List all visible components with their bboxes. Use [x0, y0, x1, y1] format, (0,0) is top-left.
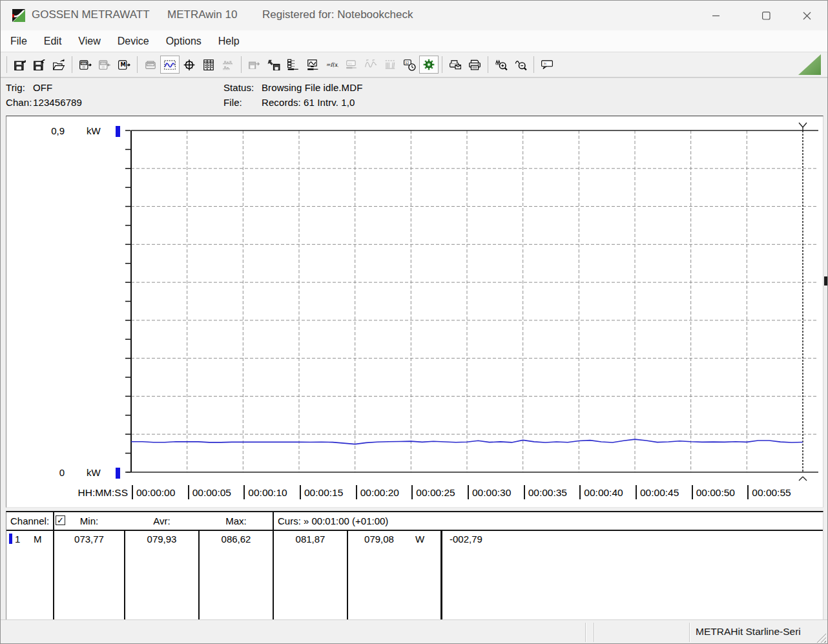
print-preview-button[interactable] [446, 56, 465, 74]
workspace: Trig: OFF Chan: 123456789 Status: Browsi… [1, 78, 827, 619]
waveform-icon [163, 58, 176, 71]
col-cursor: Curs: » 00:01:00 (+01:00) [278, 515, 388, 526]
analog-trigger-button [361, 56, 380, 74]
channel-marker-bottom [116, 468, 120, 479]
formula-button[interactable]: =f(x) [322, 56, 342, 74]
comment-button[interactable]: ?! [537, 56, 557, 74]
print-preview-icon [449, 58, 462, 71]
arrow-floppy-icon [267, 58, 280, 71]
open-file-button[interactable] [49, 56, 68, 74]
titlebar[interactable]: GOSSEN METRAWATT METRAwin 10 Registered … [1, 1, 827, 30]
svg-text:=f(x): =f(x) [326, 61, 338, 68]
menu-file[interactable]: File [2, 30, 36, 52]
menu-options[interactable]: Options [158, 30, 210, 52]
x-tick-label: 00:00:50 [692, 485, 735, 499]
col-avr: Avr: [125, 515, 198, 526]
display-settings-button[interactable] [303, 56, 322, 74]
col-channel: Channel: [10, 515, 49, 526]
time-settings-button[interactable]: 12 [400, 56, 419, 74]
y-unit-bottom: kW [87, 467, 101, 478]
print-button[interactable] [465, 56, 484, 74]
toolbar: 321321M1257=f(x)32112?! [1, 52, 827, 78]
save-file-button[interactable] [10, 56, 30, 74]
floppy-out-icon [14, 58, 26, 71]
minimize-button[interactable] [701, 1, 731, 30]
close-button[interactable] [792, 1, 822, 30]
statusbar-divider [594, 623, 594, 642]
y-min-label: 0 [32, 467, 65, 478]
close-icon [803, 12, 811, 20]
energy-mode-button[interactable] [419, 56, 439, 74]
col-min: Min: [54, 515, 124, 526]
channel-table: Channel: ✓ Min: Avr: Max: Curs: » 00:01:… [6, 511, 823, 620]
y-unit-top: kW [87, 125, 101, 136]
toolbar-separator [488, 56, 488, 73]
pulse-trigger-button [380, 56, 400, 74]
x-tick-label: 00:00:10 [243, 485, 287, 499]
menu-help[interactable]: Help [210, 30, 248, 52]
x-tick-label: 00:00:35 [524, 485, 567, 499]
title-product: METRAwin 10 [167, 8, 237, 21]
title-registered: Registered for: Notebookcheck [262, 8, 413, 21]
speech-icon: ?! [541, 58, 554, 71]
zoom-out-button[interactable] [511, 56, 530, 74]
max-value: 086,62 [200, 534, 273, 545]
pulse-icon [384, 58, 397, 71]
zoom-out-wave-icon [514, 58, 527, 71]
minimize-icon [712, 12, 720, 19]
dev321-in-icon: 321 [98, 58, 111, 71]
menu-edit[interactable]: Edit [36, 30, 70, 52]
corner-triangle-icon [798, 54, 821, 75]
x-tick-label: 00:00:00 [132, 485, 175, 499]
statusbar: METRAHit Starline-Seri [1, 619, 827, 644]
menubar: FileEditViewDeviceOptionsHelp [1, 30, 827, 52]
svg-text:321: 321 [81, 61, 87, 65]
table-divider [273, 512, 274, 621]
svg-text:M: M [120, 61, 125, 68]
fx-icon: =f(x) [326, 58, 338, 71]
y-max-label: 0,9 [32, 125, 65, 136]
chart-panel[interactable]: 0,9 kW 0 kW HH:MM:SS 00:00:0000:00:0500:… [6, 116, 823, 508]
menu-device[interactable]: Device [109, 30, 158, 52]
sine-icon [364, 58, 377, 71]
read-device-button[interactable]: 321 [76, 56, 95, 74]
file-label: File: [223, 97, 242, 108]
cursor-display-button[interactable] [180, 56, 199, 74]
x-tick-label: 00:00:55 [747, 485, 791, 499]
svg-text:321: 321 [101, 61, 106, 65]
svg-text:?!: ?! [543, 62, 546, 66]
list-tools-icon [287, 58, 300, 71]
device-status: METRAHit Starline-Seri [696, 626, 801, 638]
avr-value: 079,93 [125, 534, 198, 545]
green-gear-icon [422, 58, 435, 71]
status-value: Browsing File idle.MDF [262, 82, 362, 93]
file-value: Records: 61 Intrv. 1,0 [262, 97, 355, 108]
channel-number: 1 [15, 534, 20, 545]
dev321-out-icon: 321 [79, 58, 92, 71]
statistic-display-button [218, 56, 238, 74]
trig-label: Trig: [6, 82, 25, 93]
x-tick-label: 00:00:15 [300, 485, 343, 499]
x-tick-label: 00:00:45 [636, 485, 679, 499]
import-data-button[interactable] [264, 56, 284, 74]
zoom-in-wave-icon [495, 58, 508, 71]
read-memory-button[interactable]: M [114, 56, 134, 74]
curve-chart-button[interactable] [160, 56, 180, 74]
maximize-button[interactable] [751, 1, 781, 30]
title-app-name: GOSSEN METRAWATT [32, 8, 150, 21]
crosshair-icon [183, 58, 196, 71]
clock12-icon: 12 [403, 58, 416, 71]
zoom-in-button[interactable] [492, 56, 511, 74]
floppy-in-icon [33, 58, 46, 71]
table-display-button[interactable] [199, 56, 218, 74]
cursor-a-value: 081,87 [274, 534, 347, 545]
channel-settings-button[interactable] [284, 56, 303, 74]
power-chart[interactable] [6, 116, 823, 507]
save-as-button[interactable] [30, 56, 49, 74]
numeric-display-button: 1257 [141, 56, 160, 74]
resize-grip[interactable] [816, 633, 826, 643]
menu-view[interactable]: View [70, 30, 109, 52]
x-tick-label: 00:00:30 [468, 485, 511, 499]
unit-label: W [415, 534, 424, 545]
printer-icon [468, 58, 481, 71]
